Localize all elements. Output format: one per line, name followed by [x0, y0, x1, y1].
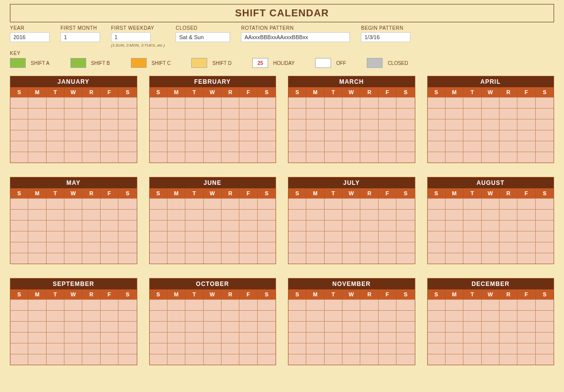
day-cell[interactable] — [288, 332, 306, 343]
day-cell[interactable] — [306, 220, 324, 231]
year-input[interactable] — [10, 32, 50, 42]
day-cell[interactable] — [101, 152, 118, 163]
day-cell[interactable] — [82, 97, 100, 108]
day-cell[interactable] — [428, 130, 446, 141]
day-cell[interactable] — [204, 242, 222, 253]
day-cell[interactable] — [28, 354, 46, 365]
day-cell[interactable] — [306, 242, 324, 253]
day-cell[interactable] — [446, 253, 463, 264]
day-cell[interactable] — [517, 253, 535, 264]
day-cell[interactable] — [482, 310, 500, 321]
day-cell[interactable] — [428, 209, 446, 220]
day-cell[interactable] — [185, 119, 203, 130]
day-cell[interactable] — [342, 97, 360, 108]
day-cell[interactable] — [482, 220, 500, 231]
day-cell[interactable] — [47, 97, 64, 108]
day-cell[interactable] — [428, 242, 446, 253]
day-cell[interactable] — [360, 97, 378, 108]
day-cell[interactable] — [47, 332, 64, 343]
day-cell[interactable] — [258, 152, 276, 163]
day-cell[interactable] — [396, 130, 414, 141]
day-cell[interactable] — [482, 242, 500, 253]
day-cell[interactable] — [360, 198, 378, 209]
day-cell[interactable] — [325, 97, 342, 108]
day-cell[interactable] — [517, 141, 535, 152]
day-cell[interactable] — [500, 231, 517, 242]
day-cell[interactable] — [118, 343, 136, 354]
day-cell[interactable] — [325, 242, 342, 253]
day-cell[interactable] — [185, 242, 203, 253]
day-cell[interactable] — [64, 343, 82, 354]
day-cell[interactable] — [150, 97, 168, 108]
day-cell[interactable] — [150, 310, 168, 321]
day-cell[interactable] — [239, 220, 257, 231]
day-cell[interactable] — [10, 97, 28, 108]
day-cell[interactable] — [185, 354, 203, 365]
day-cell[interactable] — [82, 220, 100, 231]
day-cell[interactable] — [239, 108, 257, 119]
day-cell[interactable] — [536, 220, 554, 231]
day-cell[interactable] — [47, 220, 64, 231]
day-cell[interactable] — [64, 321, 82, 332]
day-cell[interactable] — [306, 332, 324, 343]
day-cell[interactable] — [288, 231, 306, 242]
day-cell[interactable] — [517, 354, 535, 365]
day-cell[interactable] — [258, 220, 276, 231]
day-cell[interactable] — [64, 242, 82, 253]
day-cell[interactable] — [185, 332, 203, 343]
day-cell[interactable] — [482, 332, 500, 343]
day-cell[interactable] — [64, 209, 82, 220]
day-cell[interactable] — [10, 310, 28, 321]
day-cell[interactable] — [150, 242, 168, 253]
day-cell[interactable] — [185, 141, 203, 152]
day-cell[interactable] — [64, 152, 82, 163]
day-cell[interactable] — [325, 152, 342, 163]
day-cell[interactable] — [150, 332, 168, 343]
day-cell[interactable] — [28, 108, 46, 119]
day-cell[interactable] — [185, 97, 203, 108]
day-cell[interactable] — [463, 253, 481, 264]
day-cell[interactable] — [10, 152, 28, 163]
day-cell[interactable] — [536, 321, 554, 332]
day-cell[interactable] — [258, 299, 276, 310]
day-cell[interactable] — [82, 198, 100, 209]
day-cell[interactable] — [118, 310, 136, 321]
day-cell[interactable] — [101, 354, 118, 365]
day-cell[interactable] — [222, 130, 239, 141]
day-cell[interactable] — [47, 141, 64, 152]
day-cell[interactable] — [204, 198, 222, 209]
day-cell[interactable] — [342, 198, 360, 209]
day-cell[interactable] — [239, 321, 257, 332]
day-cell[interactable] — [446, 242, 463, 253]
day-cell[interactable] — [500, 97, 517, 108]
day-cell[interactable] — [47, 130, 64, 141]
day-cell[interactable] — [482, 354, 500, 365]
day-cell[interactable] — [168, 119, 185, 130]
day-cell[interactable] — [101, 209, 118, 220]
day-cell[interactable] — [168, 343, 185, 354]
day-cell[interactable] — [342, 343, 360, 354]
day-cell[interactable] — [482, 343, 500, 354]
day-cell[interactable] — [482, 321, 500, 332]
day-cell[interactable] — [517, 119, 535, 130]
day-cell[interactable] — [118, 108, 136, 119]
day-cell[interactable] — [500, 130, 517, 141]
day-cell[interactable] — [118, 321, 136, 332]
day-cell[interactable] — [185, 299, 203, 310]
day-cell[interactable] — [239, 332, 257, 343]
day-cell[interactable] — [118, 198, 136, 209]
day-cell[interactable] — [342, 242, 360, 253]
day-cell[interactable] — [28, 130, 46, 141]
day-cell[interactable] — [64, 310, 82, 321]
day-cell[interactable] — [64, 231, 82, 242]
day-cell[interactable] — [517, 198, 535, 209]
day-cell[interactable] — [306, 299, 324, 310]
day-cell[interactable] — [342, 119, 360, 130]
day-cell[interactable] — [500, 141, 517, 152]
day-cell[interactable] — [482, 108, 500, 119]
day-cell[interactable] — [500, 220, 517, 231]
day-cell[interactable] — [204, 253, 222, 264]
day-cell[interactable] — [150, 220, 168, 231]
day-cell[interactable] — [536, 343, 554, 354]
day-cell[interactable] — [118, 220, 136, 231]
